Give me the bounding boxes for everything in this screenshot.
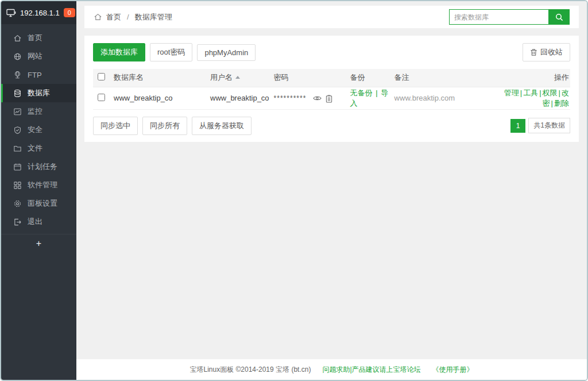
select-all-checkbox[interactable]: [98, 73, 105, 80]
sidebar-item-label: 网站: [28, 51, 42, 61]
page-number[interactable]: 1: [510, 119, 526, 133]
table-footer-bar: 同步选中 同步所有 从服务器获取 1 共1条数据: [93, 117, 570, 135]
shield-check-icon: [13, 126, 22, 134]
search-icon: [555, 13, 564, 22]
backup-status-link[interactable]: 无备份: [350, 88, 373, 97]
header-actions: 操作: [501, 69, 570, 87]
manual-link[interactable]: 《使用手册》: [432, 365, 474, 375]
footer: 宝塔Linux面板 ©2014-2019 宝塔 (bt.cn) 问题求助|产品建…: [76, 359, 587, 380]
gear-icon: [13, 199, 22, 208]
database-icon: [13, 89, 22, 98]
breadcrumb: 首页 / 数据库管理: [94, 12, 172, 22]
sidebar-item-label: 面板设置: [28, 198, 57, 209]
sidebar-item-website[interactable]: 网站: [1, 47, 76, 66]
sidebar-item-ftp[interactable]: FTP: [1, 66, 76, 84]
permissions-link[interactable]: 权限: [543, 88, 558, 97]
get-from-server-button[interactable]: 从服务器获取: [192, 117, 252, 135]
server-ip: 192.168.1.1: [20, 9, 60, 17]
sidebar-item-software[interactable]: 软件管理: [1, 176, 76, 194]
row-checkbox[interactable]: [98, 94, 105, 101]
sidebar-item-database[interactable]: 数据库: [1, 84, 76, 102]
header-backup: 备份: [348, 69, 392, 87]
search-input[interactable]: [449, 9, 548, 25]
breadcrumb-separator: /: [127, 13, 129, 21]
app-window: 192.168.1.1 0 首页 网站 FTP: [0, 0, 588, 381]
logout-icon: [13, 218, 22, 226]
main-area: 首页 / 数据库管理 添加数据库 root密码 phpMyAdmin: [76, 1, 587, 380]
sync-selected-button[interactable]: 同步选中: [93, 117, 138, 135]
password-mask: **********: [274, 94, 307, 102]
sidebar-item-label: 监控: [28, 106, 42, 117]
sidebar-item-label: 数据库: [28, 88, 50, 98]
sidebar-add-module-button[interactable]: +: [1, 234, 76, 252]
sidebar: 192.168.1.1 0 首页 网站 FTP: [1, 1, 76, 380]
sidebar-item-cron[interactable]: 计划任务: [1, 157, 76, 176]
sidebar-item-settings[interactable]: 面板设置: [1, 194, 76, 213]
delete-link[interactable]: 删除: [554, 99, 569, 107]
message-count-badge[interactable]: 0: [64, 8, 75, 17]
manage-link[interactable]: 管理: [504, 88, 519, 97]
database-table: 数据库名 用户名 密码 备份 备注 操作 www_breaktip_co www…: [93, 69, 570, 110]
home-icon: [13, 34, 22, 43]
search-button[interactable]: [548, 9, 570, 25]
tools-link[interactable]: 工具: [523, 88, 538, 97]
header-password: 密码: [272, 69, 348, 87]
sidebar-item-label: 退出: [28, 217, 42, 227]
sidebar-item-files[interactable]: 文件: [1, 139, 76, 157]
breadcrumb-home-link[interactable]: 首页: [106, 12, 121, 22]
sidebar-item-logout[interactable]: 退出: [1, 213, 76, 231]
db-user-cell: www_breaktip_co: [208, 87, 272, 109]
toolbar: 添加数据库 root密码 phpMyAdmin 回收站: [93, 43, 570, 61]
sidebar-item-label: FTP: [28, 71, 42, 79]
copy-password-icon[interactable]: [326, 95, 332, 103]
breadcrumb-bar: 首页 / 数据库管理: [84, 6, 579, 28]
sidebar-item-label: 安全: [28, 125, 42, 135]
db-name-cell: www_breaktip_co: [111, 87, 208, 109]
calendar-icon: [13, 163, 22, 171]
folder-icon: [13, 144, 22, 153]
sidebar-item-label: 首页: [28, 33, 42, 43]
sidebar-item-security[interactable]: 安全: [1, 121, 76, 139]
sidebar-item-monitor[interactable]: 监控: [1, 102, 76, 121]
root-password-button[interactable]: root密码: [150, 43, 192, 61]
database-panel: 添加数据库 root密码 phpMyAdmin 回收站 数据库名 用户名: [84, 36, 579, 142]
globe-icon: [13, 52, 22, 61]
header-note: 备注: [392, 69, 501, 87]
sidebar-menu: 首页 网站 FTP 数据库: [1, 24, 76, 252]
sidebar-item-label: 软件管理: [28, 180, 57, 190]
sidebar-item-home[interactable]: 首页: [1, 29, 76, 47]
copyright-text: 宝塔Linux面板 ©2014-2019 宝塔 (bt.cn): [189, 365, 311, 375]
grid-icon: [13, 181, 22, 190]
trash-icon: [530, 48, 537, 56]
recycle-bin-button[interactable]: 回收站: [523, 43, 570, 61]
ftp-globe-icon: [13, 71, 22, 79]
sort-asc-icon: [235, 76, 240, 79]
backup-cell: 无备份 | 导入: [348, 87, 392, 109]
db-password-cell: **********: [272, 87, 348, 109]
sidebar-item-label: 计划任务: [28, 161, 57, 172]
total-count: 共1条数据: [528, 118, 570, 133]
monitor-display-icon: [6, 9, 16, 17]
header-db-name: 数据库名: [111, 69, 208, 87]
note-cell[interactable]: www.breaktip.com: [392, 87, 501, 109]
table-row: www_breaktip_co www_breaktip_co ********…: [93, 87, 570, 109]
breadcrumb-current: 数据库管理: [135, 12, 172, 22]
forum-link[interactable]: 问题求助|产品建议请上宝塔论坛: [322, 365, 420, 375]
add-database-button[interactable]: 添加数据库: [93, 43, 145, 61]
sidebar-header: 192.168.1.1 0: [1, 1, 76, 24]
sync-all-button[interactable]: 同步所有: [142, 117, 187, 135]
show-password-eye-icon[interactable]: [313, 95, 322, 103]
monitor-chart-icon: [13, 107, 22, 116]
row-actions: 管理|工具|权限|改密|删除: [501, 87, 570, 109]
pagination: 1 共1条数据: [510, 118, 570, 133]
sidebar-item-label: 文件: [28, 143, 42, 153]
header-username[interactable]: 用户名: [208, 69, 272, 87]
search-group: [449, 9, 570, 25]
home-breadcrumb-icon: [94, 13, 102, 21]
phpmyadmin-button[interactable]: phpMyAdmin: [197, 44, 256, 61]
table-header-row: 数据库名 用户名 密码 备份 备注 操作: [93, 69, 570, 87]
